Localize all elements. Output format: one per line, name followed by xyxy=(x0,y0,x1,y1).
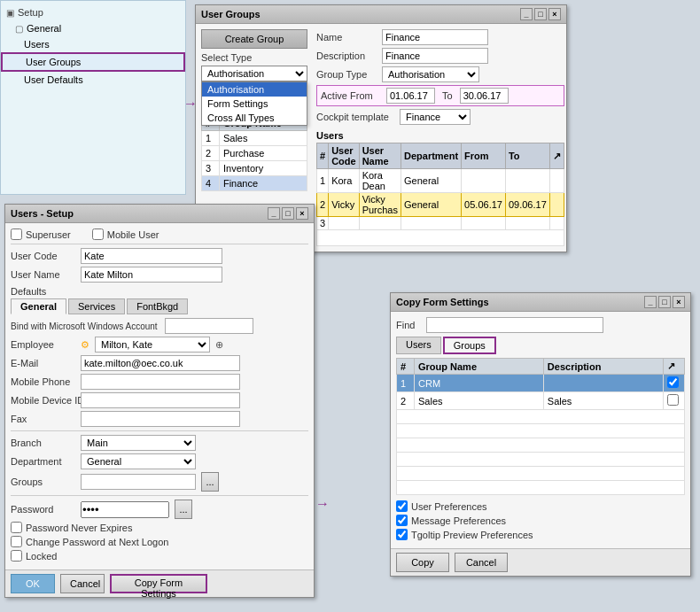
defaults-section: Defaults xyxy=(11,286,308,297)
mobile-user-checkbox[interactable] xyxy=(92,229,104,240)
ug-titlebar: User Groups _ □ × xyxy=(196,5,566,24)
email-input[interactable] xyxy=(81,355,240,371)
user-name-input[interactable] xyxy=(81,267,222,283)
password-label: Password xyxy=(11,504,77,515)
sidebar-item-general[interactable]: ▢ General xyxy=(1,20,185,36)
tooltip-pref-checkbox[interactable] xyxy=(396,529,408,540)
employee-link-icon[interactable]: ⊕ xyxy=(215,339,223,351)
cfs-minimize[interactable]: _ xyxy=(644,296,657,308)
cfs-copy-button[interactable]: Copy xyxy=(396,553,449,572)
password-expires-row: Password Never Expires xyxy=(11,522,308,533)
sidebar-item-user-defaults[interactable]: User Defaults xyxy=(1,72,185,88)
select-type-dropdown[interactable]: Authorisation Form Settings Cross All Ty… xyxy=(201,66,307,81)
branch-row: Branch Main xyxy=(11,435,308,451)
copy-form-settings-button[interactable]: Copy Form Settings xyxy=(110,574,207,593)
sidebar-item-setup[interactable]: ▣ Setup xyxy=(1,4,185,20)
sidebar-item-users[interactable]: Users xyxy=(1,36,185,52)
tab-services[interactable]: Services xyxy=(68,298,125,314)
description-row: Description xyxy=(316,48,564,64)
cfs-table-row[interactable]: 2 Sales Sales xyxy=(397,392,685,410)
group-type-label: Group Type xyxy=(316,69,378,80)
sidebar-item-user-groups[interactable]: User Groups xyxy=(1,52,185,72)
groups-btn[interactable]: ... xyxy=(201,472,219,492)
name-input[interactable]: Finance xyxy=(382,29,488,45)
tab-fontbkgd[interactable]: FontBkgd xyxy=(127,298,188,314)
superuser-checkbox[interactable] xyxy=(11,229,22,240)
employee-select[interactable]: Milton, Kate xyxy=(95,337,210,352)
superuser-row: Superuser Mobile User xyxy=(11,229,308,240)
description-label: Description xyxy=(316,50,378,61)
message-pref-row: Message Preferences xyxy=(396,515,685,526)
password-btn[interactable]: ... xyxy=(175,500,192,519)
table-row-selected[interactable]: 4 Finance xyxy=(202,176,307,191)
ok-button[interactable]: OK xyxy=(11,574,55,593)
cfs-table-row-selected[interactable]: 1 CRM xyxy=(397,375,685,392)
active-from-input[interactable] xyxy=(386,88,435,104)
fax-input[interactable] xyxy=(81,411,240,427)
locked-checkbox[interactable] xyxy=(11,550,22,562)
cfs-cancel-button[interactable]: Cancel xyxy=(455,553,508,572)
users-table-row-highlighted[interactable]: 2 Vicky Vicky Purchas General 05.06.17 0… xyxy=(317,193,564,217)
user-code-label: User Code xyxy=(11,251,77,261)
cfs-maximize[interactable]: □ xyxy=(658,296,671,308)
cockpit-select[interactable]: Finance xyxy=(400,109,471,125)
table-row[interactable]: 3 Inventory xyxy=(202,161,307,176)
email-label: E-Mail xyxy=(11,358,77,368)
email-row: E-Mail xyxy=(11,355,308,371)
tab-general[interactable]: General xyxy=(11,298,66,314)
cfs-close[interactable]: × xyxy=(673,296,685,308)
mobile-device-input[interactable] xyxy=(81,392,240,408)
sidebar-label-user-groups: User Groups xyxy=(26,57,81,67)
us-minimize[interactable]: _ xyxy=(268,207,280,220)
sidebar: ▣ Setup ▢ General Users User Groups User… xyxy=(0,0,186,195)
select-type-row: Select Type xyxy=(201,52,307,63)
dropdown-item-authorisation[interactable]: Authorisation xyxy=(202,82,307,97)
department-select[interactable]: General xyxy=(81,453,196,469)
preferences-section: User Preferences Message Preferences Tgo… xyxy=(396,500,685,540)
col-user-code: User Code xyxy=(329,143,360,169)
tab-bar: General Services FontBkgd xyxy=(11,298,308,314)
password-expires-checkbox[interactable] xyxy=(11,522,22,533)
create-group-button[interactable]: Create Group xyxy=(201,29,307,49)
cancel-button[interactable]: Cancel xyxy=(60,574,105,593)
change-password-checkbox[interactable] xyxy=(11,536,22,547)
locked-label: Locked xyxy=(26,551,57,562)
groups-label: Groups xyxy=(11,476,77,487)
us-close[interactable]: × xyxy=(296,207,308,220)
groups-input[interactable] xyxy=(81,474,196,490)
password-input[interactable] xyxy=(81,501,169,518)
find-input[interactable] xyxy=(426,317,603,333)
dropdown-item-form-settings[interactable]: Form Settings xyxy=(202,97,307,111)
users-table-row-empty[interactable]: 3 xyxy=(317,217,564,230)
mobile-phone-input[interactable] xyxy=(81,374,240,390)
crm-checkbox[interactable] xyxy=(667,376,679,388)
copy-form-settings-window: Copy Form Settings _ □ × Find Users Grou… xyxy=(390,292,691,577)
us-titlebar: Users - Setup _ □ × xyxy=(5,205,314,223)
description-input[interactable] xyxy=(382,48,488,64)
cfs-tab-users[interactable]: Users xyxy=(396,337,441,354)
user-code-input[interactable] xyxy=(81,248,222,264)
select-type-label: Select Type xyxy=(201,52,252,63)
users-table-row[interactable]: 1 Kora Kora Dean General xyxy=(317,169,564,193)
mobile-user-label: Mobile User xyxy=(107,229,159,240)
ug-close[interactable]: × xyxy=(548,8,561,20)
user-pref-checkbox[interactable] xyxy=(396,500,408,512)
ug-minimize[interactable]: _ xyxy=(520,8,533,20)
cfs-table-row-empty4 xyxy=(397,453,685,467)
us-maximize[interactable]: □ xyxy=(282,207,294,220)
sales-checkbox[interactable] xyxy=(667,394,679,406)
branch-select[interactable]: Main xyxy=(81,435,196,451)
message-pref-checkbox[interactable] xyxy=(396,515,408,526)
user-pref-row: User Preferences xyxy=(396,500,685,512)
ug-maximize[interactable]: □ xyxy=(534,8,547,20)
bind-input[interactable] xyxy=(165,318,253,334)
select-type-open-dropdown[interactable]: Authorisation Form Settings Cross All Ty… xyxy=(201,81,307,126)
dropdown-item-cross-all[interactable]: Cross All Types xyxy=(202,111,307,125)
to-input[interactable] xyxy=(460,88,509,104)
col-scroll: ↗ xyxy=(549,143,564,169)
group-type-select[interactable]: Authorisation xyxy=(382,66,479,82)
table-row[interactable]: 1 Sales xyxy=(202,131,307,146)
table-row[interactable]: 2 Purchase xyxy=(202,146,307,161)
department-label: Department xyxy=(11,456,77,467)
cfs-tab-groups[interactable]: Groups xyxy=(443,337,496,354)
